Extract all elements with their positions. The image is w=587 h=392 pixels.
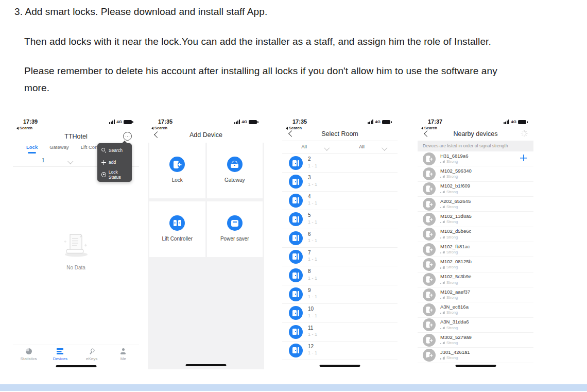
- room-name: 5: [308, 212, 311, 218]
- door-icon: [292, 347, 299, 353]
- menu-item[interactable]: Search: [97, 144, 132, 157]
- device-card[interactable]: Lock: [149, 143, 205, 198]
- room-row[interactable]: 12 1 - 1: [282, 342, 398, 360]
- device-name: M302_5279a9: [440, 334, 472, 340]
- signal-strength-icon: [440, 296, 445, 299]
- tab[interactable]: Gateway: [49, 144, 69, 150]
- signal-strength-icon: [440, 327, 445, 329]
- device-row[interactable]: M102_08125b Strong: [418, 257, 533, 272]
- room-sub-label: 1 - 1: [308, 276, 317, 281]
- device-row[interactable]: M102_5c3b9e Strong: [418, 272, 533, 287]
- cellular-signal-icon: [109, 120, 115, 124]
- room-row[interactable]: 10 1 - 1: [282, 304, 398, 322]
- cellular-signal-icon: [368, 120, 373, 124]
- device-row[interactable]: M102_b1f609 Strong: [418, 182, 533, 197]
- filter-dropdown[interactable]: All: [282, 142, 340, 154]
- signal-strength-icon: [440, 175, 445, 178]
- status-bar: 17:37 Search 4G: [418, 114, 533, 130]
- device-name: A3N_ec816a: [440, 304, 469, 310]
- status-back-to-search[interactable]: Search: [16, 126, 32, 130]
- room-row[interactable]: 3 1 - 1: [282, 173, 398, 191]
- menu-item[interactable]: add: [97, 157, 132, 169]
- room-row[interactable]: 7 1 - 1: [282, 248, 398, 266]
- device-row[interactable]: J301_4261a1 Strong: [418, 348, 533, 363]
- device-row[interactable]: M102_13d8a5 Strong: [418, 212, 533, 227]
- gateway-icon: [231, 161, 239, 168]
- signal-strength-icon: [440, 220, 445, 223]
- lock-icon: [426, 155, 433, 162]
- cellular-signal-icon: [234, 120, 240, 124]
- signal-strength-label: Strong: [446, 295, 458, 300]
- signal-strength-label: Strong: [446, 174, 458, 179]
- device-card-label: Power saver: [220, 236, 249, 242]
- filter-dropdown[interactable]: All: [340, 142, 398, 154]
- device-signal: Strong: [440, 174, 458, 179]
- door-icon: [292, 197, 299, 203]
- device-row[interactable]: A3N_ec816a Strong: [418, 302, 533, 317]
- room-sub-label: 1 - 1: [308, 182, 317, 187]
- device-row[interactable]: M302_5279a9 Strong: [418, 333, 533, 348]
- signal-strength-icon: [440, 356, 445, 359]
- filter-value: All: [359, 144, 365, 149]
- device-signal: Strong: [440, 355, 458, 360]
- lock-icon: [426, 200, 433, 208]
- menu-item-label: add: [109, 160, 116, 165]
- room-row[interactable]: 8 1 - 1: [282, 266, 398, 285]
- empty-state: No Data: [13, 232, 139, 270]
- tabbar-item[interactable]: Devices: [44, 345, 76, 367]
- lock-icon: [426, 261, 433, 268]
- menu-caret: [122, 141, 127, 143]
- device-row[interactable]: M102_596340 Strong: [418, 166, 533, 181]
- tabbar-label: eKeys: [86, 356, 97, 361]
- tabbar-item[interactable]: Me: [108, 345, 139, 367]
- device-row[interactable]: M102_fb81ac Strong: [418, 242, 533, 257]
- signal-strength-icon: [440, 266, 445, 268]
- device-signal: Strong: [440, 250, 458, 254]
- room-name: 12: [308, 344, 314, 349]
- door-icon: [292, 253, 299, 260]
- room-row[interactable]: 4 1 - 1: [282, 192, 398, 210]
- room-row[interactable]: 5 1 - 1: [282, 210, 398, 229]
- tabbar-item[interactable]: Statistics: [13, 345, 44, 367]
- tutorial-paragraph-2: Then add locks with it near the lock.You…: [24, 33, 491, 50]
- door-icon: [292, 291, 299, 297]
- bottom-blue-band: [0, 384, 587, 391]
- device-row[interactable]: M102_aaef37 Strong: [418, 287, 533, 302]
- device-card[interactable]: Lift Controller: [149, 201, 205, 257]
- device-row[interactable]: A202_652645 Strong: [418, 197, 533, 212]
- device-card[interactable]: Power saver: [207, 201, 263, 257]
- device-row[interactable]: H31_6819a6 Strong: [418, 151, 533, 166]
- device-card-label: Lock: [172, 177, 183, 183]
- signal-strength-label: Strong: [446, 340, 458, 345]
- room-name: 8: [308, 268, 311, 274]
- signal-strength-icon: [440, 191, 445, 193]
- device-name: M102_13d8a5: [440, 213, 472, 219]
- device-signal: Strong: [440, 340, 458, 345]
- home-indicator: [455, 365, 496, 367]
- room-name: 4: [308, 194, 311, 199]
- device-row[interactable]: A3N_31dda6 Strong: [418, 318, 533, 333]
- room-row[interactable]: 6 1 - 1: [282, 229, 398, 248]
- tab[interactable]: Lock: [26, 144, 38, 150]
- room-row[interactable]: 2 1 - 1: [282, 154, 398, 173]
- phone-screenshot-add-device: 17:35 Search 4G Add Device Lock Gateway: [148, 114, 264, 369]
- more-menu-button[interactable]: [123, 132, 132, 141]
- device-card[interactable]: Gateway: [207, 143, 263, 198]
- phone-screenshot-nearby-devices: 17:37 Search 4G Nearby devices Devices a…: [418, 114, 533, 370]
- signal-strength-label: Strong: [446, 159, 458, 164]
- room-row[interactable]: 9 1 - 1: [282, 285, 398, 304]
- room-row[interactable]: 11 1 - 1: [282, 323, 398, 342]
- home-indicator: [56, 365, 96, 368]
- lock-icon: [426, 306, 433, 313]
- context-menu: Search add Lock Status: [97, 143, 132, 182]
- add-device-plus-icon[interactable]: [520, 155, 527, 161]
- device-signal: Strong: [440, 310, 458, 315]
- room-name: 10: [308, 306, 314, 312]
- tabbar-item[interactable]: eKeys: [76, 345, 108, 367]
- room-sub-label: 1 - 1: [308, 257, 317, 262]
- device-row[interactable]: M102_d5be6c Strong: [418, 227, 533, 242]
- device-signal: Strong: [440, 280, 458, 285]
- menu-item[interactable]: Lock Status: [97, 168, 132, 181]
- device-signal: Strong: [440, 265, 458, 269]
- key-icon: [88, 347, 96, 356]
